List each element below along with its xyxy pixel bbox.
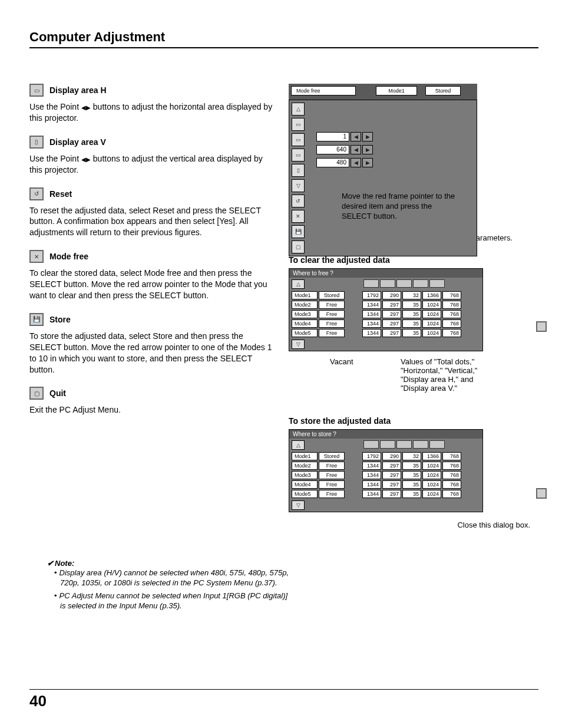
cell-value: 1024 bbox=[422, 310, 441, 318]
section-display-h: ▭ Display area H Use the Point buttons t… bbox=[29, 84, 277, 124]
section-title: Display area V bbox=[49, 137, 106, 147]
cell-value: 35 bbox=[402, 480, 421, 489]
point-lr-icon bbox=[81, 104, 91, 112]
table-row[interactable]: Mode5Free1344297351024768 bbox=[289, 328, 482, 338]
increase-button[interactable]: ▶ bbox=[362, 158, 373, 167]
note-item: Display area (H/V) cannot be selected wh… bbox=[54, 568, 295, 588]
quit-icon[interactable] bbox=[536, 488, 547, 499]
increase-button[interactable]: ▶ bbox=[362, 145, 373, 154]
display-v-icon: ▯ bbox=[29, 136, 44, 149]
cell-value: 35 bbox=[402, 490, 421, 498]
store-icon[interactable]: 💾 bbox=[292, 225, 305, 238]
increase-button[interactable]: ▶ bbox=[362, 132, 373, 141]
up-arrow-icon[interactable]: △ bbox=[292, 103, 305, 116]
cell-mode: Mode1 bbox=[292, 291, 318, 299]
value-row: 480 ◀ ▶ bbox=[316, 158, 373, 167]
cell-value: 768 bbox=[442, 291, 461, 299]
display-h2-icon[interactable]: ▭ bbox=[292, 149, 305, 162]
table-row[interactable]: Mode1Stored1792290321366768 bbox=[289, 291, 482, 300]
cell-value: 1344 bbox=[362, 480, 381, 489]
down-arrow-icon[interactable]: ▽ bbox=[292, 340, 305, 349]
cell-value: 32 bbox=[402, 291, 421, 299]
up-arrow-icon[interactable]: △ bbox=[292, 279, 305, 289]
down-arrow-icon[interactable]: ▽ bbox=[292, 179, 305, 192]
cell-value: 32 bbox=[402, 452, 421, 460]
col-icon bbox=[429, 440, 445, 449]
table-row[interactable]: Mode2Free1344297351024768 bbox=[289, 300, 482, 309]
osd-menu: Mode free Mode1 Stored △ ▭ ▭ ▭ ▯ ▽ ↺ ✕ bbox=[289, 84, 477, 222]
section-body: Use the Point buttons to adjust the hori… bbox=[29, 101, 277, 124]
display-v-icon[interactable]: ▯ bbox=[292, 164, 305, 177]
cell-value: 1024 bbox=[422, 471, 441, 479]
quit-icon[interactable]: ▢ bbox=[292, 241, 305, 253]
section-modefree: ✕ Mode free To clear the stored data, se… bbox=[29, 250, 277, 301]
cell-status: Free bbox=[319, 480, 345, 489]
cell-mode: Mode4 bbox=[292, 480, 318, 489]
section-display-v: ▯ Display area V Use the Point buttons t… bbox=[29, 136, 277, 176]
cell-value: 35 bbox=[402, 301, 421, 309]
osd-tab-stored[interactable]: Stored bbox=[425, 86, 461, 95]
reset-icon[interactable]: ↺ bbox=[292, 195, 305, 207]
clear-table: Where to free ? △ Mode1Stored17922903213… bbox=[289, 268, 483, 351]
table-row[interactable]: Mode4Free1344297351024768 bbox=[289, 319, 482, 328]
table-row[interactable]: Mode5Free1344297351024768 bbox=[289, 489, 482, 499]
decrease-button[interactable]: ◀ bbox=[351, 145, 361, 154]
modefree-icon[interactable]: ✕ bbox=[292, 210, 305, 223]
display-h-icon[interactable]: ▭ bbox=[292, 133, 305, 146]
store-icon: 💾 bbox=[29, 313, 44, 326]
clamp-icon[interactable]: ▭ bbox=[292, 118, 305, 131]
table-row[interactable]: Mode3Free1344297351024768 bbox=[289, 470, 482, 480]
decrease-button[interactable]: ◀ bbox=[351, 132, 361, 141]
table-row[interactable]: Mode3Free1344297351024768 bbox=[289, 309, 482, 319]
table-title: Where to free ? bbox=[289, 269, 482, 278]
cell-status: Free bbox=[319, 301, 345, 309]
section-title: Mode free bbox=[49, 252, 88, 261]
cell-value: 1366 bbox=[422, 452, 441, 460]
cell-status: Free bbox=[319, 462, 345, 470]
section-body: To reset the adjusted data, select Reset… bbox=[29, 205, 277, 239]
page-number: 40 bbox=[29, 692, 538, 710]
section-body: Exit the PC Adjust Menu. bbox=[29, 404, 277, 416]
down-arrow-icon[interactable]: ▽ bbox=[292, 500, 305, 510]
cell-value: 297 bbox=[382, 329, 401, 337]
col-icon bbox=[380, 279, 395, 288]
quit-icon[interactable] bbox=[536, 321, 547, 332]
table-row[interactable]: Mode1Stored1792290321366768 bbox=[289, 452, 482, 461]
osd-tab-modefree[interactable]: Mode free bbox=[291, 86, 356, 95]
cell-status: Stored bbox=[319, 452, 345, 460]
point-lr-icon bbox=[81, 156, 91, 164]
cell-status: Stored bbox=[319, 291, 345, 299]
cell-value: 768 bbox=[442, 301, 461, 309]
cell-value: 35 bbox=[402, 329, 421, 337]
cell-value: 1024 bbox=[422, 301, 441, 309]
table-row[interactable]: Mode2Free1344297351024768 bbox=[289, 461, 482, 470]
osd-tab-mode1[interactable]: Mode1 bbox=[376, 86, 417, 95]
cell-value: 768 bbox=[442, 471, 461, 479]
cell-value: 290 bbox=[382, 291, 401, 299]
cell-mode: Mode2 bbox=[292, 462, 318, 470]
cell-value: 768 bbox=[442, 329, 461, 337]
quit-icon: ▢ bbox=[29, 387, 44, 400]
osd-note: Move the red frame pointer to the desire… bbox=[342, 192, 459, 222]
cell-mode: Mode1 bbox=[292, 452, 318, 460]
cell-value: 1344 bbox=[362, 471, 381, 479]
cell-value: 1024 bbox=[422, 490, 441, 498]
value-row: 1 ◀ ▶ bbox=[316, 132, 373, 141]
note-block: Note: Display area (H/V) cannot be selec… bbox=[47, 559, 295, 611]
cell-mode: Mode2 bbox=[292, 301, 318, 309]
section-title: Store bbox=[49, 315, 71, 324]
text: Use the Point bbox=[29, 154, 81, 163]
cell-status: Free bbox=[319, 329, 345, 337]
cell-value: 1344 bbox=[362, 301, 381, 309]
cell-value: 1366 bbox=[422, 291, 441, 299]
display-h-icon: ▭ bbox=[29, 84, 44, 97]
cell-status: Free bbox=[319, 310, 345, 318]
cell-value: 768 bbox=[442, 452, 461, 460]
cell-value: 768 bbox=[442, 462, 461, 470]
cell-mode: Mode5 bbox=[292, 490, 318, 498]
cell-value: 768 bbox=[442, 310, 461, 318]
decrease-button[interactable]: ◀ bbox=[351, 158, 361, 167]
table-row[interactable]: Mode4Free1344297351024768 bbox=[289, 480, 482, 489]
up-arrow-icon[interactable]: △ bbox=[292, 440, 305, 450]
section-title: Reset bbox=[49, 189, 72, 199]
